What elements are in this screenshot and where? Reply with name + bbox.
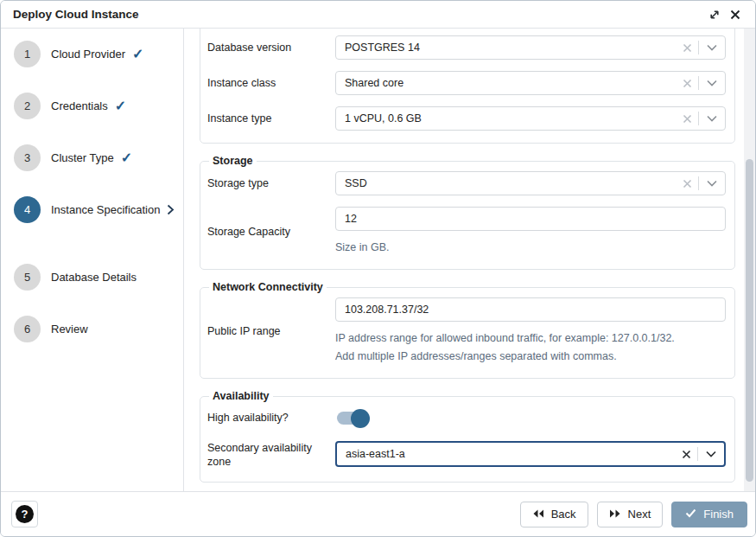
next-button[interactable]: Next: [597, 502, 664, 527]
finish-button[interactable]: Finish: [671, 502, 747, 527]
section-legend: Storage: [209, 155, 257, 167]
clear-icon[interactable]: [677, 79, 698, 88]
step-review[interactable]: 6 Review: [14, 316, 88, 342]
section-legend: Network Connectivity: [209, 281, 327, 293]
vertical-scrollbar[interactable]: [744, 29, 755, 491]
chevron-down-icon[interactable]: [698, 451, 724, 457]
field-label: Database version: [207, 35, 335, 60]
step-number: 6: [14, 316, 41, 342]
check-icon: ✓: [132, 46, 143, 62]
selected-value: SSD: [345, 177, 677, 189]
wizard-steps-sidebar: 1 Cloud Provider ✓ 2 Credentials ✓ 3 Clu…: [1, 29, 184, 491]
field-label: Public IP range: [207, 297, 335, 366]
field-label: Secondary availability zone: [207, 441, 335, 470]
public-ip-helper: IP address range for allowed inbound tra…: [335, 329, 726, 366]
section-legend: Version & Instance: [209, 29, 313, 31]
field-high-availability: High availability?: [207, 406, 726, 430]
field-label: Storage type: [207, 171, 335, 195]
scrollbar-thumb[interactable]: [746, 159, 753, 482]
step-cloud-provider[interactable]: 1 Cloud Provider ✓: [14, 41, 143, 67]
section-legend: Availability: [209, 390, 273, 402]
field-label: Instance class: [207, 71, 335, 95]
close-icon[interactable]: [726, 5, 745, 24]
section-network-connectivity: Network Connectivity Public IP range IP …: [200, 281, 735, 379]
instance-type-select[interactable]: 1 vCPU, 0.6 GB: [335, 106, 726, 131]
field-public-ip-range: Public IP range IP address range for all…: [207, 297, 726, 366]
step-number: 4: [14, 196, 41, 223]
back-button[interactable]: Back: [520, 502, 588, 527]
dialog-footer: ? Back Next: [1, 491, 755, 536]
step-label: Review: [51, 323, 88, 336]
chevron-down-icon[interactable]: [699, 44, 725, 51]
titlebar: Deploy Cloud Instance: [1, 1, 755, 29]
chevron-down-icon[interactable]: [699, 180, 725, 187]
step-label: Database Details: [51, 271, 137, 284]
help-button[interactable]: ?: [11, 501, 38, 527]
field-storage-capacity: Storage Capacity Size in GB.: [207, 207, 726, 257]
selected-value: 1 vCPU, 0.6 GB: [345, 112, 677, 125]
chevron-down-icon[interactable]: [699, 80, 725, 86]
instance-class-select[interactable]: Shared core: [335, 71, 726, 95]
storage-capacity-input[interactable]: [345, 213, 725, 225]
selected-value: Shared core: [345, 77, 677, 89]
dialog-body: 1 Cloud Provider ✓ 2 Credentials ✓ 3 Clu…: [1, 29, 755, 491]
field-secondary-availability-zone: Secondary availability zone asia-east1-a: [207, 441, 726, 470]
high-availability-toggle[interactable]: [337, 412, 367, 425]
check-icon: ✓: [121, 150, 132, 166]
selected-value: POSTGRES 14: [345, 42, 677, 54]
step-instance-specification[interactable]: 4 Instance Specification: [14, 196, 175, 222]
toggle-thumb: [351, 409, 370, 428]
step-label: Instance Specification: [51, 203, 175, 216]
public-ip-input-box: [335, 297, 726, 322]
step-number: 2: [14, 93, 41, 119]
field-label: High availability?: [207, 406, 335, 430]
section-storage: Storage Storage type SSD: [200, 155, 735, 270]
field-label: Instance type: [207, 106, 335, 131]
storage-capacity-helper: Size in GB.: [335, 239, 726, 257]
clear-icon[interactable]: [677, 114, 698, 124]
deploy-cloud-instance-dialog: Deploy Cloud Instance 1 Cloud Provider ✓: [0, 0, 756, 537]
step-number: 1: [14, 41, 41, 67]
field-database-version: Database version POSTGRES 14: [207, 35, 726, 60]
field-storage-type: Storage type SSD: [207, 171, 726, 195]
check-icon: ✓: [115, 98, 126, 114]
step-database-details[interactable]: 5 Database Details: [14, 264, 137, 290]
selected-value: asia-east1-a: [346, 448, 676, 460]
help-icon: ?: [16, 505, 34, 523]
secondary-zone-select[interactable]: asia-east1-a: [335, 441, 726, 467]
field-label: Storage Capacity: [207, 207, 335, 257]
database-version-select[interactable]: POSTGRES 14: [335, 35, 726, 60]
field-instance-type: Instance type 1 vCPU, 0.6 GB: [207, 106, 726, 131]
clear-icon[interactable]: [677, 179, 698, 189]
section-version-instance: Version & Instance Database version POST…: [200, 29, 735, 144]
form-fields: Version & Instance Database version POST…: [200, 29, 735, 483]
section-availability: Availability High availability? Secondar…: [200, 390, 735, 483]
step-credentials[interactable]: 2 Credentials ✓: [14, 93, 126, 118]
clear-icon[interactable]: [677, 43, 698, 53]
field-instance-class: Instance class Shared core: [207, 71, 726, 95]
chevron-down-icon[interactable]: [699, 115, 725, 122]
step-number: 3: [14, 144, 41, 171]
clear-icon[interactable]: [676, 450, 697, 459]
public-ip-input[interactable]: [345, 304, 725, 316]
form-content: Version & Instance Database version POST…: [184, 29, 755, 491]
maximize-icon[interactable]: [705, 5, 724, 24]
finish-check-icon: [685, 508, 696, 521]
storage-capacity-input-box: [335, 207, 726, 231]
back-icon: [532, 508, 544, 521]
dialog-title: Deploy Cloud Instance: [13, 8, 705, 21]
chevron-right-icon: [167, 204, 175, 215]
step-cluster-type[interactable]: 3 Cluster Type ✓: [14, 144, 132, 170]
next-icon: [609, 508, 621, 521]
step-label: Cloud Provider ✓: [51, 46, 143, 62]
step-label: Credentials ✓: [51, 98, 126, 114]
step-number: 5: [14, 264, 41, 291]
step-label: Cluster Type ✓: [51, 150, 132, 166]
storage-type-select[interactable]: SSD: [335, 171, 726, 195]
